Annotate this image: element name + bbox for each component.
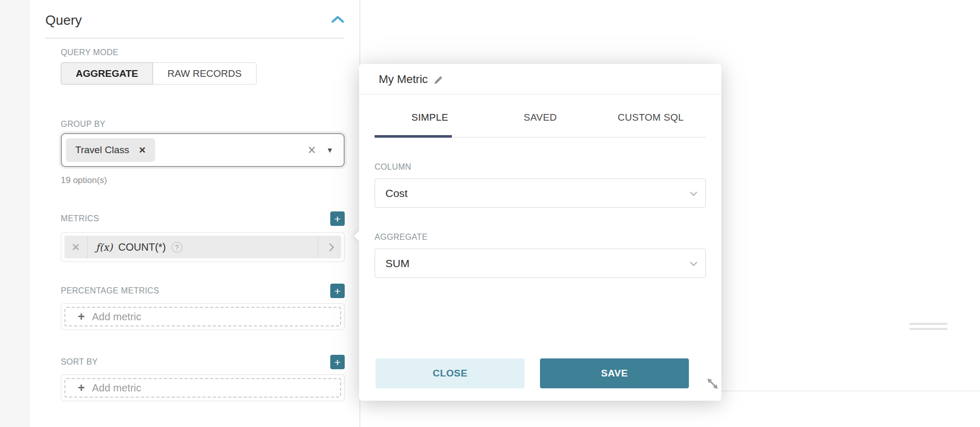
query-mode-toggle: AGGREGATE RAW RECORDS bbox=[61, 62, 257, 85]
query-panel: Query QUERY MODE AGGREGATE RAW RECORDS G… bbox=[30, 0, 360, 427]
tab-simple[interactable]: SIMPLE bbox=[375, 112, 485, 137]
query-section-title: Query bbox=[45, 11, 82, 29]
resize-icon[interactable] bbox=[705, 376, 720, 393]
tab-custom-sql[interactable]: CUSTOM SQL bbox=[596, 112, 706, 137]
group-by-chip[interactable]: Travel Class ✕ bbox=[66, 138, 155, 162]
title-divider bbox=[45, 38, 344, 39]
group-by-select[interactable]: Travel Class ✕ × ▼ bbox=[61, 133, 345, 167]
drag-handle-bar bbox=[909, 323, 948, 325]
metrics-label: METRICS bbox=[61, 211, 99, 226]
select-caret-down-icon[interactable]: ▼ bbox=[326, 146, 333, 154]
edit-name-pencil-icon[interactable] bbox=[433, 75, 444, 86]
aggregate-label: AGGREGATE bbox=[375, 233, 706, 242]
percentage-metrics-label: PERCENTAGE METRICS bbox=[61, 284, 159, 298]
aggregate-select[interactable]: SUM bbox=[375, 249, 706, 278]
aggregate-select-value: SUM bbox=[385, 257, 410, 270]
aggregate-mode-button[interactable]: AGGREGATE bbox=[61, 62, 153, 85]
group-by-chip-label: Travel Class bbox=[75, 144, 129, 156]
metric-chip[interactable]: ✕ ƒ(x) COUNT(*) ? bbox=[64, 236, 341, 258]
add-percentage-metric-button[interactable]: + bbox=[330, 284, 345, 298]
percentage-metrics-container: + Add metric bbox=[61, 303, 345, 330]
add-percentage-metric-dropzone[interactable]: + Add metric bbox=[64, 307, 341, 326]
save-button[interactable]: SAVE bbox=[540, 358, 689, 388]
metric-editor-tabs: SIMPLE SAVED CUSTOM SQL bbox=[375, 112, 706, 138]
group-by-options-hint: 19 option(s) bbox=[61, 175, 345, 186]
drag-handle-bar bbox=[909, 328, 948, 330]
column-select[interactable]: Cost bbox=[375, 178, 706, 208]
tab-saved[interactable]: SAVED bbox=[485, 112, 595, 137]
add-metric-button[interactable]: + bbox=[330, 211, 345, 226]
metric-remove-icon[interactable]: ✕ bbox=[72, 241, 80, 253]
chevron-down-icon bbox=[690, 258, 697, 266]
sort-by-label: SORT BY bbox=[61, 355, 98, 369]
select-clear-icon[interactable]: × bbox=[308, 144, 316, 156]
help-icon[interactable]: ? bbox=[172, 242, 182, 253]
group-by-label: GROUP BY bbox=[61, 120, 345, 129]
plus-icon: + bbox=[78, 382, 85, 394]
column-select-value: Cost bbox=[385, 187, 408, 200]
metric-name-title: My Metric bbox=[379, 73, 428, 86]
add-sort-metric-button[interactable]: + bbox=[330, 355, 345, 369]
plus-icon: + bbox=[78, 311, 85, 323]
raw-records-mode-button[interactable]: RAW RECORDS bbox=[153, 62, 257, 85]
collapse-section-button[interactable] bbox=[331, 15, 344, 25]
function-icon: ƒ(x) bbox=[96, 241, 113, 253]
close-button[interactable]: CLOSE bbox=[376, 358, 525, 388]
chip-remove-icon[interactable]: ✕ bbox=[139, 145, 146, 156]
sort-by-container: + Add metric bbox=[61, 374, 345, 401]
column-label: COLUMN bbox=[375, 162, 706, 172]
query-mode-label: QUERY MODE bbox=[61, 48, 345, 57]
metric-expand-button[interactable] bbox=[318, 236, 341, 258]
chevron-down-icon bbox=[690, 188, 697, 195]
metric-chip-label: COUNT(*) bbox=[119, 241, 166, 253]
drag-handle-lines bbox=[909, 323, 948, 333]
add-metric-placeholder: Add metric bbox=[92, 382, 141, 394]
metric-editor-popover: My Metric SIMPLE SAVED CUSTOM SQL COLUMN… bbox=[359, 64, 721, 401]
add-sort-metric-dropzone[interactable]: + Add metric bbox=[64, 378, 341, 398]
chevron-right-icon bbox=[326, 243, 334, 251]
metrics-container: ✕ ƒ(x) COUNT(*) ? bbox=[61, 232, 345, 262]
add-metric-placeholder: Add metric bbox=[92, 311, 141, 323]
left-gutter bbox=[0, 0, 30, 427]
chevron-up-icon bbox=[331, 16, 344, 25]
